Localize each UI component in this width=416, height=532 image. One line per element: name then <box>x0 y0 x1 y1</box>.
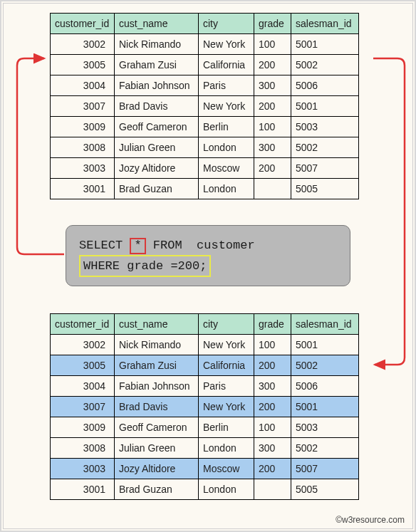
table-header-row: customer_id cust_name city grade salesma… <box>51 314 359 335</box>
cell-grade: 100 <box>254 335 291 355</box>
cell-customer-id: 3002 <box>51 34 115 55</box>
cell-cust-name: Brad Guzan <box>115 179 199 199</box>
cell-city: New York <box>199 335 254 355</box>
sql-line-1: SELECT * FROM customer <box>79 236 337 255</box>
cell-grade: 200 <box>254 355 291 376</box>
cell-salesman-id: 5002 <box>291 137 359 158</box>
cell-customer-id: 3007 <box>51 96 115 117</box>
cell-customer-id: 3001 <box>51 479 115 500</box>
table-row: 3004Fabian JohnsonParis3005006 <box>51 75 359 96</box>
cell-grade: 300 <box>254 75 291 96</box>
table-row: 3008Julian GreenLondon3005002 <box>51 137 359 158</box>
col-grade: grade <box>254 314 291 335</box>
cell-customer-id: 3007 <box>51 397 115 417</box>
col-salesman-id: salesman_id <box>291 314 359 335</box>
table-row: 3003Jozy AltidoreMoscow2005007 <box>51 459 359 479</box>
cell-customer-id: 3002 <box>51 335 115 355</box>
col-cust-name: cust_name <box>115 14 199 34</box>
cell-customer-id: 3005 <box>51 55 115 75</box>
cell-salesman-id: 5003 <box>291 117 359 137</box>
col-customer-id: customer_id <box>51 14 115 34</box>
cell-cust-name: Geoff Cameron <box>115 417 199 438</box>
table-row: 3008Julian GreenLondon3005002 <box>51 438 359 459</box>
cell-cust-name: Jozy Altidore <box>115 459 199 479</box>
cell-salesman-id: 5003 <box>291 417 359 438</box>
cell-grade: 200 <box>254 96 291 117</box>
cell-cust-name: Brad Davis <box>115 397 199 417</box>
cell-salesman-id: 5007 <box>291 459 359 479</box>
customer-table-source: customer_id cust_name city grade salesma… <box>50 13 359 199</box>
cell-cust-name: Graham Zusi <box>115 355 199 376</box>
cell-customer-id: 3009 <box>51 417 115 438</box>
cell-city: Paris <box>199 376 254 397</box>
table-row: 3009Geoff CameronBerlin1005003 <box>51 117 359 137</box>
cell-salesman-id: 5006 <box>291 75 359 96</box>
col-cust-name: cust_name <box>115 314 199 335</box>
sql-line-2: WHERE grade =200; <box>79 255 337 277</box>
cell-grade: 200 <box>254 397 291 417</box>
table-row: 3004Fabian JohnsonParis3005006 <box>51 376 359 397</box>
cell-grade: 300 <box>254 137 291 158</box>
cell-city: London <box>199 479 254 500</box>
cell-city: New York <box>199 96 254 117</box>
cell-city: Berlin <box>199 417 254 438</box>
cell-city: California <box>199 355 254 376</box>
cell-grade <box>254 479 291 500</box>
cell-city: California <box>199 55 254 75</box>
cell-grade: 300 <box>254 376 291 397</box>
cell-grade: 200 <box>254 459 291 479</box>
cell-cust-name: Fabian Johnson <box>115 376 199 397</box>
cell-cust-name: Julian Green <box>115 438 199 459</box>
cell-cust-name: Nick Rimando <box>115 34 199 55</box>
cell-city: Moscow <box>199 158 254 179</box>
cell-cust-name: Fabian Johnson <box>115 75 199 96</box>
cell-grade: 100 <box>254 117 291 137</box>
table-row: 3001Brad GuzanLondon5005 <box>51 179 359 199</box>
sql-table-name: customer <box>197 239 255 252</box>
cell-salesman-id: 5006 <box>291 376 359 397</box>
col-city: city <box>199 14 254 34</box>
cell-customer-id: 3009 <box>51 117 115 137</box>
cell-city: London <box>199 438 254 459</box>
table-row: 3005Graham ZusiCalifornia2005002 <box>51 355 359 376</box>
sql-query-box: SELECT * FROM customer WHERE grade =200; <box>66 225 350 286</box>
cell-cust-name: Graham Zusi <box>115 55 199 75</box>
cell-customer-id: 3001 <box>51 179 115 199</box>
cell-customer-id: 3003 <box>51 459 115 479</box>
cell-city: London <box>199 137 254 158</box>
cell-salesman-id: 5002 <box>291 55 359 75</box>
cell-salesman-id: 5005 <box>291 479 359 500</box>
cell-city: London <box>199 179 254 199</box>
cell-cust-name: Geoff Cameron <box>115 117 199 137</box>
cell-grade: 100 <box>254 417 291 438</box>
cell-city: Berlin <box>199 117 254 137</box>
table-row: 3005Graham ZusiCalifornia2005002 <box>51 55 359 75</box>
sql-star: * <box>130 238 145 254</box>
col-salesman-id: salesman_id <box>291 14 359 34</box>
sql-where-clause: WHERE grade =200; <box>79 255 211 277</box>
sql-from-kw: FROM <box>153 239 182 252</box>
table-row: 3007Brad DavisNew York2005001 <box>51 397 359 417</box>
cell-grade <box>254 179 291 199</box>
table-header-row: customer_id cust_name city grade salesma… <box>51 14 359 34</box>
cell-salesman-id: 5001 <box>291 335 359 355</box>
copyright-text: ©w3resource.com <box>336 515 405 525</box>
cell-cust-name: Julian Green <box>115 137 199 158</box>
cell-grade: 200 <box>254 158 291 179</box>
table-row: 3002Nick RimandoNew York1005001 <box>51 335 359 355</box>
cell-city: Moscow <box>199 459 254 479</box>
table-row: 3002Nick RimandoNew York1005001 <box>51 34 359 55</box>
table-row: 3007Brad DavisNew York2005001 <box>51 96 359 117</box>
cell-cust-name: Brad Guzan <box>115 479 199 500</box>
sql-select-kw: SELECT <box>79 239 123 252</box>
cell-salesman-id: 5005 <box>291 179 359 199</box>
cell-customer-id: 3004 <box>51 376 115 397</box>
cell-city: New York <box>199 34 254 55</box>
cell-salesman-id: 5001 <box>291 397 359 417</box>
customer-table-result: customer_id cust_name city grade salesma… <box>50 313 359 500</box>
cell-customer-id: 3008 <box>51 137 115 158</box>
cell-grade: 200 <box>254 55 291 75</box>
col-customer-id: customer_id <box>51 314 115 335</box>
col-city: city <box>199 314 254 335</box>
arrow-source-to-result <box>373 58 405 365</box>
